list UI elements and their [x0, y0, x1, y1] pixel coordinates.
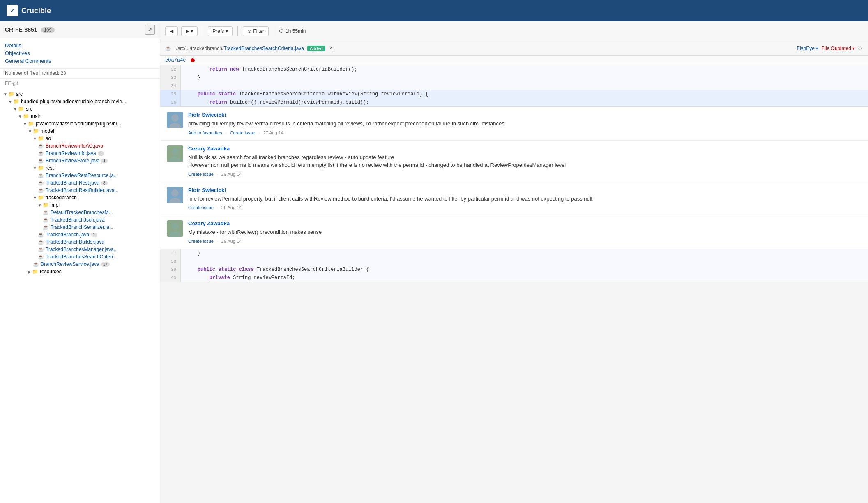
code-line-37: 37 } [160, 249, 868, 257]
code-line-36: 36 return builder().reviewPermaId(review… [160, 98, 868, 106]
filter-label: Filter [253, 28, 264, 34]
line-content: } [181, 74, 868, 82]
tree-item-trackedbranchessearchcriteria[interactable]: ☕ TrackedBranchesSearchCriteri... [0, 253, 160, 261]
top-code-container: e0a7a4c 32 return new TrackedBranchesSea… [160, 56, 868, 106]
file-path: /src/.../trackedbranch/TrackedBranchesSe… [176, 46, 304, 51]
create-issue-link-3[interactable]: Create issue [188, 205, 214, 210]
tree-item-trackedbranchrest[interactable]: ☕ TrackedBranchRest.java 8 [0, 179, 160, 187]
tree-label: rest [46, 165, 54, 171]
expand-icon: ▼ [38, 203, 42, 208]
file-name: TrackedBranchesSearchCriteria.java [223, 46, 304, 51]
tree-item-trackedbranchrestbuilder[interactable]: ☕ TrackedBranchRestBuilder.java... [0, 187, 160, 194]
tree-label: bundled-plugins/bundled/crucible-branch-… [21, 99, 126, 104]
commit-hash-row: e0a7a4c [160, 56, 868, 65]
java-file-icon: ☕ [38, 247, 44, 252]
tree-item-trackedbranchjson[interactable]: ☕ TrackedBranchJson.java [0, 216, 160, 224]
line-number: 39 [160, 265, 181, 274]
tree-label: src [16, 91, 23, 97]
java-file-icon: ☕ [38, 143, 44, 149]
tree-label: src [26, 106, 32, 112]
comment-meta-3: Create issue · 29 Aug 14 [188, 205, 861, 210]
tree-item-impl[interactable]: ▼ 📁 impl [0, 201, 160, 209]
folder-icon: 📁 [43, 202, 49, 208]
line-number: 34 [160, 82, 181, 90]
comment-author-2[interactable]: Cezary Zawadka [188, 145, 861, 152]
tree-item-trackedbranchesmanager[interactable]: ☕ TrackedBranchesManager.java... [0, 246, 160, 253]
line-number: 40 [160, 274, 181, 282]
expand-icon: ▼ [8, 99, 12, 104]
file-type-icon: ☕ [165, 46, 171, 51]
path-prefix: /src/.../trackedbranch/ [176, 46, 223, 51]
tree-item-trackedbranch[interactable]: ☕ TrackedBranch.java 1 [0, 231, 160, 238]
top-nav: ✓ Crucible [0, 0, 868, 21]
comment-author-1[interactable]: Piotr Swiecicki [188, 112, 861, 118]
tree-item-resources[interactable]: ▶ 📁 resources [0, 268, 160, 275]
app-name: Crucible [21, 7, 51, 15]
expand-icon: ▼ [3, 92, 7, 97]
tree-label: BranchReviewStore.java [46, 158, 99, 164]
file-actions: FishEye ▾ File Outdated ▾ ⟳ [797, 45, 863, 52]
code-line-35: 35 public static TrackedBranchesSearchCr… [160, 90, 868, 98]
sidebar: CR-FE-8851 109 ⤢ Details Objectives Gene… [0, 21, 160, 503]
expand-icon: ▼ [33, 196, 37, 200]
create-issue-link-2[interactable]: Create issue [188, 172, 214, 177]
tree-item-branchreviewservice[interactable]: ☕ BranchReviewService.java 17 [0, 261, 160, 268]
next-dropdown-button[interactable]: ▶ ▾ [181, 26, 198, 36]
add-to-favourites-link[interactable]: Add to favourites [188, 130, 222, 135]
tree-item-trackedbranch-folder[interactable]: ▼ 📁 trackedbranch [0, 194, 160, 201]
filter-button[interactable]: ⊘ Filter [243, 26, 269, 36]
line-number: 35 [160, 90, 181, 98]
line-number: 38 [160, 257, 181, 265]
tree-item-rest[interactable]: ▼ 📁 rest [0, 164, 160, 172]
comment-body-2: Cezary Zawadka Null is ok as we search f… [188, 145, 861, 177]
tree-item-branchreviewrest[interactable]: ☕ BranchReviewRestResource.ja... [0, 172, 160, 179]
create-issue-link-4[interactable]: Create issue [188, 239, 214, 244]
comment-text-4: My mistake - for withReview() preconditi… [188, 228, 861, 236]
comments-section: Piotr Swiecicki providing null/empty rev… [160, 106, 868, 249]
tree-item-branchreviewinfo[interactable]: ☕ BranchReviewInfo.java 1 [0, 150, 160, 157]
tree-item-bundled[interactable]: ▼ 📁 bundled-plugins/bundled/crucible-bra… [0, 98, 160, 105]
tree-item-trackedbranchserializer[interactable]: ☕ TrackedBranchSerializer.ja... [0, 224, 160, 231]
tree-item-trackedbranchbuilder[interactable]: ☕ TrackedBranchBuilder.java [0, 238, 160, 246]
avatar-2 [167, 145, 183, 162]
commit-hash-value[interactable]: e0a7a4c [165, 58, 186, 63]
tree-label: TrackedBranchesManager.java... [46, 247, 118, 252]
expand-button[interactable]: ⤢ [145, 25, 155, 35]
nav-general-comments[interactable]: General Comments [5, 57, 155, 65]
tree-item-main[interactable]: ▼ 📁 main [0, 113, 160, 120]
fisheye-button[interactable]: FishEye ▾ [797, 46, 818, 51]
nav-details[interactable]: Details [5, 42, 155, 49]
code-line-40: 40 private String reviewPermaId; [160, 274, 868, 282]
comment-text-1: providing null/empty reviewPermaId resul… [188, 120, 861, 128]
tree-item-branchreviewstore[interactable]: ☕ BranchReviewStore.java 1 [0, 157, 160, 164]
prev-button[interactable]: ◀ [165, 26, 178, 36]
main-layout: CR-FE-8851 109 ⤢ Details Objectives Gene… [0, 21, 868, 503]
tree-label: ao [46, 136, 51, 141]
tree-item-model[interactable]: ▼ 📁 model [0, 127, 160, 135]
logo-icon: ✓ [7, 5, 18, 16]
tree-item-java-pkg[interactable]: ▼ 📁 java/com/atlassian/crucible/plugins/… [0, 120, 160, 127]
comment-item-3: Piotr Swiecicki fine for reviewPermaId p… [160, 182, 868, 216]
create-issue-link-1[interactable]: Create issue [230, 130, 256, 135]
folder-icon: 📁 [23, 113, 29, 119]
folder-icon: 📁 [38, 195, 44, 201]
tree-item-src2[interactable]: ▼ 📁 src [0, 105, 160, 113]
tree-item-defaulttrackedbranches[interactable]: ☕ DefaultTrackedBranchesM... [0, 209, 160, 216]
tree-label: BranchReviewInfo.java [46, 150, 96, 156]
prefs-button[interactable]: Prefs ▾ [208, 26, 233, 36]
java-file-icon: ☕ [38, 173, 44, 178]
code-line-39: 39 public static class TrackedBranchesSe… [160, 265, 868, 274]
folder-icon: 📁 [32, 269, 38, 275]
nav-objectives[interactable]: Objectives [5, 49, 155, 57]
comment-author-3[interactable]: Piotr Swiecicki [188, 187, 861, 193]
tree-item-ao[interactable]: ▼ 📁 ao [0, 135, 160, 142]
java-file-icon: ☕ [38, 187, 44, 193]
tree-label: TrackedBranchSerializer.ja... [51, 224, 113, 230]
tree-item-src[interactable]: ▼ 📁 src [0, 90, 160, 98]
filter-icon: ⊘ [247, 28, 251, 34]
sync-icon[interactable]: ⟳ [858, 45, 863, 52]
tree-item-branchreviewinfao[interactable]: ☕ BranchReviewInfoAO.java [0, 142, 160, 150]
comment-author-4[interactable]: Cezary Zawadka [188, 220, 861, 226]
file-outdated-button[interactable]: File Outdated ▾ [822, 46, 855, 51]
timer-icon: ⏱ [279, 28, 284, 34]
